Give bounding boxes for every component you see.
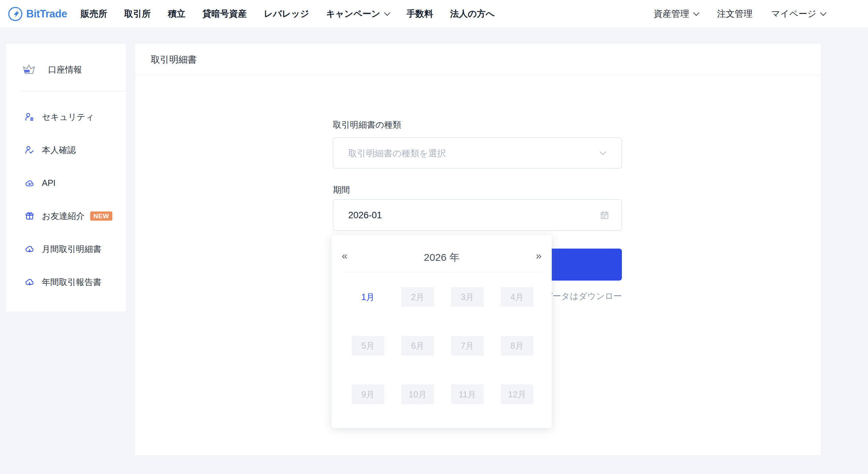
month-cell: 8月	[501, 336, 533, 356]
nav-item-corporate[interactable]: 法人の方へ	[450, 8, 495, 20]
card-title-bar: 取引明細書	[135, 44, 821, 76]
sidebar-item-security[interactable]: セキュリティ	[6, 100, 126, 133]
content-card: 取引明細書 取引明細書の種類 取引明細書の種類を選択 期間 2026-01 デー…	[135, 43, 821, 456]
gift-icon	[25, 211, 34, 221]
user-nav: 資産管理 注文管理 マイページ	[654, 8, 868, 20]
chevron-down-icon	[820, 10, 826, 16]
sidebar-item-label: 月間取引明細書	[42, 243, 101, 255]
nav-item-order-management[interactable]: 注文管理	[717, 8, 753, 20]
download-note-text: データはダウンロー	[544, 290, 622, 302]
nav-item-lending[interactable]: 貸暗号資産	[203, 8, 247, 20]
month-picker-header: « 2026 年 »	[332, 235, 552, 261]
crown-icon	[21, 61, 37, 78]
nav-item-asset-management[interactable]: 資産管理	[654, 8, 698, 20]
sidebar-item-label: 年間取引報告書	[42, 276, 101, 288]
month-picker-popup: « 2026 年 » 1月 2月 3月 4月 5月 6月 7月 8月 9月 10…	[332, 235, 552, 428]
statement-type-label: 取引明細書の種類	[333, 119, 401, 130]
new-badge: NEW	[90, 211, 113, 221]
chevron-down-icon	[384, 10, 390, 16]
sidebar-item-monthly-statement[interactable]: 月間取引明細書	[6, 233, 126, 266]
cloud-download-icon	[25, 278, 34, 287]
month-cell: 5月	[352, 336, 384, 356]
statement-type-select[interactable]: 取引明細書の種類を選択	[333, 138, 622, 169]
main-nav: 販売所 取引所 積立 貸暗号資産 レバレッジ キャンペーン 手数料 法人の方へ	[81, 8, 495, 20]
month-cell: 12月	[501, 384, 533, 404]
picker-divider	[342, 272, 542, 272]
period-value: 2026-01	[348, 210, 382, 220]
sidebar-item-identity[interactable]: 本人確認	[6, 133, 126, 167]
next-year-button[interactable]: »	[536, 251, 542, 261]
sidebar-item-annual-report[interactable]: 年間取引報告書	[6, 266, 126, 299]
top-nav-bar: BitTrade 販売所 取引所 積立 貸暗号資産 レバレッジ キャンペーン 手…	[0, 0, 868, 28]
security-user-icon	[25, 112, 34, 122]
sidebar-item-label: 本人確認	[42, 144, 76, 156]
nav-item-sellers[interactable]: 販売所	[81, 8, 107, 20]
api-cloud-icon	[25, 178, 34, 188]
sidebar-item-label: 口座情報	[48, 64, 82, 75]
month-cell: 11月	[451, 384, 484, 404]
sidebar-item-label: お友達紹介	[42, 210, 85, 222]
month-grid: 1月 2月 3月 4月 5月 6月 7月 8月 9月 10月 11月 12月	[352, 287, 552, 404]
month-cell: 9月	[352, 384, 384, 404]
page-title: 取引明細書	[151, 53, 197, 66]
nav-item-fees[interactable]: 手数料	[406, 8, 433, 20]
sidebar-item-api[interactable]: API	[6, 167, 126, 200]
nav-item-leverage[interactable]: レバレッジ	[264, 8, 309, 20]
year-label: 2026 年	[332, 251, 552, 265]
month-cell: 3月	[451, 287, 484, 307]
nav-item-mypage[interactable]: マイページ	[771, 8, 825, 20]
select-placeholder: 取引明細書の種類を選択	[348, 147, 446, 159]
month-cell[interactable]: 1月	[352, 287, 384, 307]
sidebar-item-label: セキュリティ	[42, 111, 94, 123]
month-cell: 4月	[501, 287, 533, 307]
sidebar-item-label: API	[42, 178, 55, 188]
logo-text: BitTrade	[26, 8, 67, 20]
calendar-icon	[600, 210, 609, 220]
nav-item-campaign[interactable]: キャンペーン	[326, 8, 389, 20]
chevron-down-icon	[598, 148, 608, 158]
period-input[interactable]: 2026-01	[333, 199, 622, 231]
sidebar-menu: セキュリティ 本人確認 API	[6, 92, 126, 299]
sidebar-item-account-info[interactable]: 口座情報	[6, 44, 126, 78]
previous-year-button[interactable]: «	[342, 251, 348, 261]
month-cell: 7月	[451, 336, 484, 356]
identity-check-icon	[25, 145, 34, 155]
cloud-download-icon	[25, 244, 34, 254]
page: BitTrade 販売所 取引所 積立 貸暗号資産 レバレッジ キャンペーン 手…	[0, 0, 868, 474]
logo[interactable]: BitTrade	[7, 6, 67, 22]
nav-item-accumulation[interactable]: 積立	[168, 8, 186, 20]
bittrade-logo-icon	[7, 6, 23, 22]
month-cell: 6月	[401, 336, 434, 356]
month-cell: 2月	[401, 287, 434, 307]
sidebar: 口座情報 セキュリティ 本人確認	[5, 43, 126, 312]
chevron-down-icon	[693, 10, 699, 16]
sidebar-item-referral[interactable]: お友達紹介 NEW	[6, 200, 126, 233]
nav-item-exchange[interactable]: 取引所	[124, 8, 151, 20]
month-cell: 10月	[401, 384, 434, 404]
period-label: 期間	[333, 184, 350, 195]
